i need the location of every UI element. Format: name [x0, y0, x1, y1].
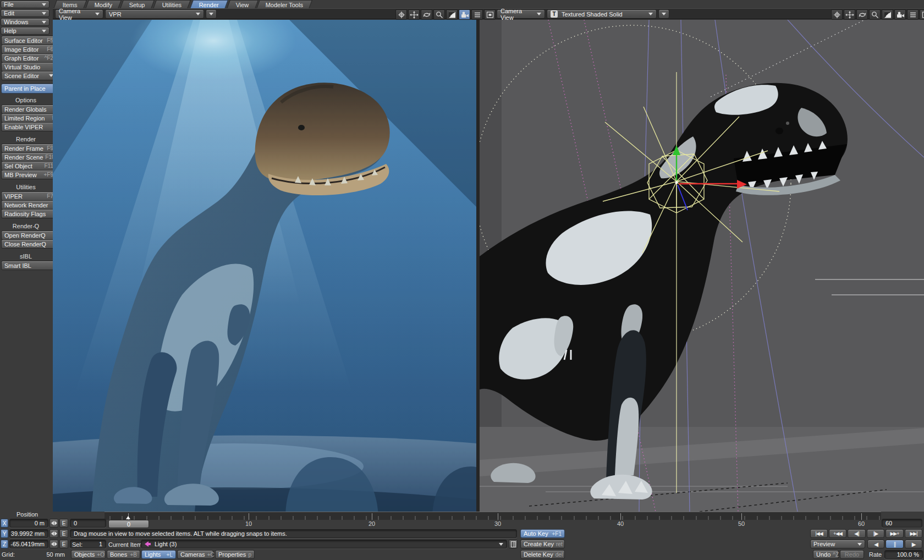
- sidebar-item-mb-preview[interactable]: MB Preview+F9: [1, 170, 57, 179]
- arrow-left-icon: [51, 542, 54, 546]
- left-render-mode-dropdown[interactable]: VPR: [105, 9, 204, 19]
- preview-dropdown[interactable]: Preview: [810, 540, 865, 548]
- current-item-dropdown[interactable]: Light (3): [141, 540, 507, 548]
- x-envelope-button[interactable]: E: [59, 519, 68, 528]
- current-frame-field[interactable]: 0: [70, 519, 106, 528]
- lights-mode-button[interactable]: Lights+L: [141, 550, 176, 559]
- pause-button[interactable]: ||: [886, 540, 904, 548]
- tab-modeler-tools[interactable]: Modeler Tools: [256, 0, 312, 9]
- menu-windows-label: Windows: [4, 19, 29, 25]
- left-view-type-dropdown[interactable]: Camera View: [55, 9, 103, 19]
- y-value-field[interactable]: 39.9992 mm: [9, 529, 48, 538]
- pan-icon[interactable]: [395, 9, 407, 20]
- sidebar-item-render-frame[interactable]: Render FrameF9: [1, 144, 57, 153]
- current-item-label: Current Item: [108, 541, 142, 548]
- pan-icon[interactable]: [831, 9, 843, 20]
- cameras-mode-button[interactable]: Cameras+C: [177, 550, 213, 559]
- sidebar-item-image-editor[interactable]: Image EditorF6: [1, 45, 57, 54]
- play-forward-button[interactable]: ▶: [905, 540, 922, 548]
- z-axis-button[interactable]: Z: [1, 540, 8, 548]
- maximize-viewport-icon[interactable]: [920, 9, 924, 20]
- undo-button[interactable]: Undo^Z: [813, 550, 839, 559]
- create-key-button[interactable]: Create Keyret: [520, 540, 565, 548]
- rotate-icon[interactable]: [856, 9, 868, 20]
- tab-render[interactable]: Render: [190, 0, 228, 9]
- render-toggle-icon[interactable]: [459, 9, 470, 20]
- delete-key-button[interactable]: Delete Keydel: [520, 550, 565, 559]
- auto-key-button[interactable]: Auto Key+F1: [520, 529, 565, 538]
- right-viewport-options-dropdown[interactable]: [658, 9, 669, 19]
- move-icon[interactable]: [844, 9, 855, 20]
- sel-label: Sel:: [72, 541, 82, 548]
- step-back-button[interactable]: ◀||: [848, 529, 866, 538]
- item-list-button[interactable]: [509, 540, 518, 548]
- sidebar-item-open-renderq[interactable]: Open RenderQ: [1, 230, 57, 240]
- end-frame-field[interactable]: 60: [882, 519, 922, 528]
- go-to-end-button[interactable]: ▶▶|: [905, 529, 922, 538]
- render-toggle-icon[interactable]: [894, 9, 906, 20]
- sidebar-item-surface-editor[interactable]: Surface EditorF5: [1, 36, 57, 45]
- sidebar-item-enable-viper[interactable]: Enable VIPER: [1, 122, 57, 131]
- texture-mode-icon: T: [551, 10, 558, 18]
- menu-file[interactable]: File: [1, 1, 50, 8]
- play-reverse-button[interactable]: ◀: [867, 540, 884, 548]
- fit-view-icon[interactable]: [882, 9, 893, 20]
- properties-button[interactable]: Propertiesp: [215, 550, 255, 559]
- y-axis-button[interactable]: Y: [1, 529, 8, 538]
- zoom-icon[interactable]: [433, 9, 445, 20]
- previous-keyframe-button[interactable]: +◀◀: [829, 529, 846, 538]
- grid-value: 50 mm: [1, 551, 65, 558]
- vpr-render-viewport[interactable]: [53, 20, 476, 512]
- right-render-mode-dropdown[interactable]: T Textured Shaded Solid: [547, 9, 657, 19]
- right-view-type-dropdown[interactable]: Camera View: [497, 9, 545, 19]
- arrow-left-icon: [51, 521, 54, 525]
- z-envelope-button[interactable]: E: [59, 540, 68, 548]
- sidebar-item-render-scene[interactable]: Render SceneF10: [1, 152, 57, 162]
- menu-edit[interactable]: Edit: [1, 9, 50, 17]
- z-spinner[interactable]: [50, 540, 58, 548]
- timeline-tick-label: 50: [730, 520, 752, 527]
- sidebar-item-radiosity-flags[interactable]: Radiosity Flags: [1, 209, 57, 218]
- sidebar-item-smart-ibl[interactable]: Smart IBL: [1, 261, 57, 270]
- timeline-ruler[interactable]: [105, 512, 881, 520]
- tab-setup[interactable]: Setup: [120, 0, 155, 9]
- sidebar-item-limited-region[interactable]: Limited Regionl: [1, 113, 57, 123]
- sidebar-item-close-renderq[interactable]: Close RenderQ: [1, 239, 57, 249]
- zoom-icon[interactable]: [869, 9, 881, 20]
- bones-mode-button[interactable]: Bones+B: [107, 550, 140, 559]
- y-envelope-button[interactable]: E: [59, 529, 68, 538]
- menu-windows[interactable]: Windows: [1, 18, 50, 26]
- maximize-viewport-icon[interactable]: [484, 9, 496, 20]
- z-value-field[interactable]: -65.0419mm: [9, 540, 48, 548]
- sidebar-item-render-globals[interactable]: Render Globals: [1, 105, 57, 114]
- opengl-viewport[interactable]: [480, 20, 924, 512]
- left-viewport-options-dropdown[interactable]: [206, 9, 217, 19]
- tab-utilities[interactable]: Utilities: [153, 0, 191, 9]
- step-forward-button[interactable]: ||▶: [867, 529, 884, 538]
- sidebar-item-sel-object[interactable]: Sel ObjectF11: [1, 161, 57, 171]
- view-list-icon[interactable]: [907, 9, 919, 20]
- x-spinner[interactable]: [50, 519, 58, 528]
- right-viewport-toolbar: [831, 9, 924, 20]
- sidebar-item-virtual-studio[interactable]: Virtual Studio: [1, 62, 57, 72]
- x-value-field[interactable]: 0 m: [9, 519, 48, 528]
- tab-view[interactable]: View: [227, 0, 258, 9]
- fit-view-icon[interactable]: [446, 9, 458, 20]
- objects-mode-button[interactable]: Objects+O: [71, 550, 106, 559]
- rate-value-field[interactable]: 100.0 %: [884, 550, 923, 559]
- rotate-icon[interactable]: [421, 9, 432, 20]
- frame-slider[interactable]: 0: [108, 520, 149, 528]
- sidebar-item-graph-editor[interactable]: Graph Editor^F2: [1, 53, 57, 63]
- y-spinner[interactable]: [50, 529, 58, 538]
- move-icon[interactable]: [408, 9, 420, 20]
- parent-in-place-button[interactable]: Parent in Place: [1, 84, 57, 94]
- redo-button[interactable]: Redo: [840, 550, 864, 559]
- sidebar-item-scene-editor[interactable]: Scene Editor: [1, 71, 57, 80]
- sidebar-item-viper[interactable]: VIPERF7: [1, 191, 57, 201]
- next-keyframe-button[interactable]: ▶▶+: [886, 529, 904, 538]
- x-axis-button[interactable]: X: [1, 519, 8, 528]
- go-to-start-button[interactable]: |◀◀: [810, 529, 828, 538]
- sidebar-item-network-render[interactable]: Network Render: [1, 200, 57, 210]
- view-list-icon[interactable]: [471, 9, 483, 20]
- chevron-down-icon: [42, 21, 46, 24]
